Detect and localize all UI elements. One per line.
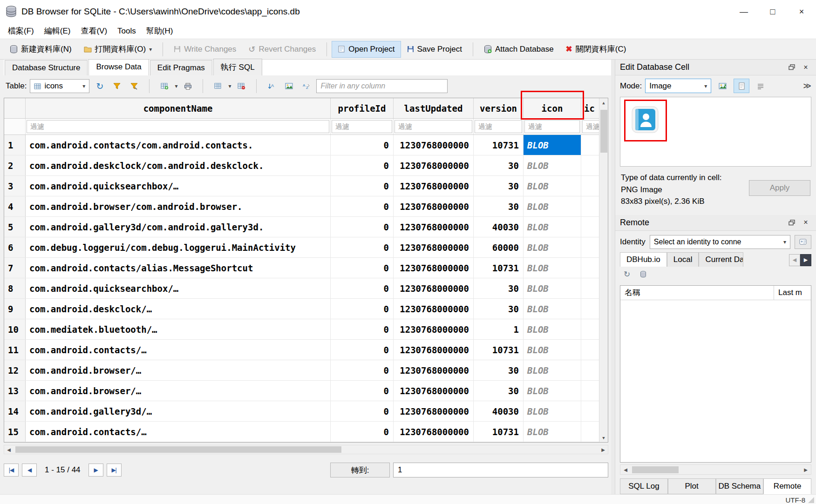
new-database-button[interactable]: 新建資料庫(N) <box>4 40 78 58</box>
cell-componentName[interactable]: com.android.gallery3d/com.android.galler… <box>26 217 331 237</box>
corner-header[interactable] <box>4 98 26 118</box>
cell-componentName[interactable]: com.android.quicksearchbox/… <box>26 278 331 298</box>
cell-icon[interactable]: BLOB <box>524 422 581 442</box>
cell-componentName[interactable]: com.android.contacts/alias.MessageShortc… <box>26 258 331 278</box>
scroll-left-icon[interactable]: ◀ <box>620 465 631 474</box>
cell-version[interactable]: 30 <box>474 299 524 319</box>
cell-lastUpdated[interactable]: 1230768000000 <box>394 422 474 442</box>
table-row[interactable]: 8 com.android.quicksearchbox/… 0 1230768… <box>4 278 608 299</box>
row-number[interactable]: 13 <box>4 381 26 401</box>
scroll-right-icon[interactable]: ▶ <box>801 465 811 474</box>
cell-componentName[interactable]: com.android.browser/com.android.browser. <box>26 196 331 216</box>
cell-lastUpdated[interactable]: 1230768000000 <box>394 278 474 298</box>
row-number[interactable]: 14 <box>4 401 26 421</box>
identity-selector[interactable]: Select an identity to conne ▾ <box>650 235 790 249</box>
cell-version[interactable]: 1 <box>474 319 524 339</box>
row-number[interactable]: 7 <box>4 258 26 278</box>
refresh-icon[interactable]: ↻ <box>93 80 107 93</box>
save-filter-icon[interactable] <box>127 80 141 93</box>
cell-version[interactable]: 30 <box>474 360 524 380</box>
last-page-button[interactable]: ▶| <box>107 464 122 477</box>
cell-lastUpdated[interactable]: 1230768000000 <box>394 381 474 401</box>
pane-splitter[interactable] <box>611 60 615 494</box>
cell-lastUpdated[interactable]: 1230768000000 <box>394 258 474 278</box>
resize-grip-icon[interactable] <box>808 497 814 503</box>
table-row[interactable]: 3 com.android.quicksearchbox/… 0 1230768… <box>4 176 608 196</box>
filter-any-column-input[interactable] <box>316 79 448 93</box>
cell-lastUpdated[interactable]: 1230768000000 <box>394 340 474 360</box>
cell-icon[interactable]: BLOB <box>524 237 581 257</box>
cell-version[interactable]: 30 <box>474 196 524 216</box>
clone-database-icon[interactable] <box>637 269 649 280</box>
cell-icon[interactable]: BLOB <box>524 319 581 339</box>
cell-icon[interactable]: BLOB <box>524 401 581 421</box>
scroll-right-icon[interactable]: ▶ <box>598 445 608 454</box>
cell-componentName[interactable]: com.android.quicksearchbox/… <box>26 176 331 196</box>
cell-componentName[interactable]: com.debug.loggerui/com.debug.loggerui.Ma… <box>26 237 331 257</box>
column-filter-lastUpdated[interactable]: 過濾 <box>394 120 472 133</box>
tab-scroll-left-icon[interactable]: ◀ <box>789 254 800 266</box>
tab-edit-pragmas[interactable]: Edit Pragmas <box>150 60 212 75</box>
next-page-button[interactable]: ▶ <box>88 464 103 477</box>
table-selector[interactable]: icons ▾ <box>30 79 89 93</box>
duplicate-record-icon[interactable] <box>211 80 225 93</box>
tab-db-schema[interactable]: DB Schema <box>716 478 764 494</box>
cell-lastUpdated[interactable]: 1230768000000 <box>394 196 474 216</box>
scroll-left-icon[interactable]: ◀ <box>4 445 14 454</box>
cell-icon[interactable]: BLOB <box>524 381 581 401</box>
row-number[interactable]: 5 <box>4 217 26 237</box>
cell-icon[interactable]: BLOB <box>524 176 581 196</box>
minimize-button[interactable]: — <box>729 0 758 23</box>
cell-icon[interactable]: BLOB <box>524 278 581 298</box>
cell-lastUpdated[interactable]: 1230768000000 <box>394 217 474 237</box>
first-page-button[interactable]: |◀ <box>4 464 19 477</box>
close-button[interactable]: × <box>787 0 816 23</box>
table-row[interactable]: 4 com.android.browser/com.android.browse… <box>4 196 608 217</box>
cell-componentName[interactable]: com.android.browser/… <box>26 381 331 401</box>
menu-edit[interactable]: 編輯(E) <box>39 24 76 38</box>
vertical-scrollbar[interactable]: ▲ ▼ <box>599 98 608 442</box>
cell-profileId[interactable]: 0 <box>331 340 394 360</box>
menu-help[interactable]: 幫助(H) <box>141 24 178 38</box>
row-number[interactable]: 2 <box>4 155 26 175</box>
menu-view[interactable]: 查看(V) <box>75 24 112 38</box>
insert-record-caret-icon[interactable]: ▾ <box>175 83 177 89</box>
cell-componentName[interactable]: com.android.gallery3d/… <box>26 401 331 421</box>
remote-refresh-icon[interactable]: ↻ <box>621 269 633 280</box>
open-project-button[interactable]: Open Project <box>332 41 401 58</box>
duplicate-record-caret-icon[interactable]: ▾ <box>228 83 231 89</box>
column-filter-profileId[interactable]: 過濾 <box>332 120 392 133</box>
cell-version[interactable]: 30 <box>474 278 524 298</box>
sort-ascending-icon[interactable]: A <box>265 80 279 93</box>
remote-column-last-modified[interactable]: Last m <box>774 286 811 300</box>
remote-scrollbar-thumb[interactable] <box>632 466 679 473</box>
cell-profileId[interactable]: 0 <box>331 176 394 196</box>
cell-profileId[interactable]: 0 <box>331 196 394 216</box>
cell-version[interactable]: 60000 <box>474 237 524 257</box>
menu-file[interactable]: 檔案(F) <box>3 24 39 38</box>
insert-record-icon[interactable] <box>157 80 171 93</box>
cell-version[interactable]: 10731 <box>474 340 524 360</box>
tab-execute-sql[interactable]: 執行 SQL <box>213 59 262 75</box>
table-row[interactable]: 11 com.android.contacts/… 0 123076800000… <box>4 340 608 360</box>
cell-version[interactable]: 10731 <box>474 258 524 278</box>
tab-plot[interactable]: Plot <box>668 478 716 494</box>
cell-profileId[interactable]: 0 <box>331 401 394 421</box>
cell-icon[interactable]: BLOB <box>524 258 581 278</box>
cell-version[interactable]: 30 <box>474 381 524 401</box>
table-row[interactable]: 15 com.android.contacts/… 0 123076800000… <box>4 422 608 442</box>
column-header-icon[interactable]: icon <box>524 98 581 118</box>
cell-lastUpdated[interactable]: 1230768000000 <box>394 176 474 196</box>
table-row[interactable]: 12 com.android.browser/… 0 1230768000000… <box>4 360 608 381</box>
write-changes-button[interactable]: Write Changes <box>168 41 242 58</box>
horizontal-scrollbar[interactable]: ◀ ▶ <box>4 445 608 454</box>
table-row[interactable]: 6 com.debug.loggerui/com.debug.loggerui.… <box>4 237 608 258</box>
row-number[interactable]: 11 <box>4 340 26 360</box>
cell-version[interactable]: 10731 <box>474 135 524 155</box>
close-database-button[interactable]: ✖ 關閉資料庫(C) <box>560 40 632 58</box>
revert-changes-button[interactable]: ↺ Revert Changes <box>242 40 322 58</box>
cell-componentName[interactable]: com.android.deskclock/… <box>26 299 331 319</box>
cell-lastUpdated[interactable]: 1230768000000 <box>394 401 474 421</box>
menu-tools[interactable]: Tools <box>112 25 141 38</box>
cell-lastUpdated[interactable]: 1230768000000 <box>394 299 474 319</box>
